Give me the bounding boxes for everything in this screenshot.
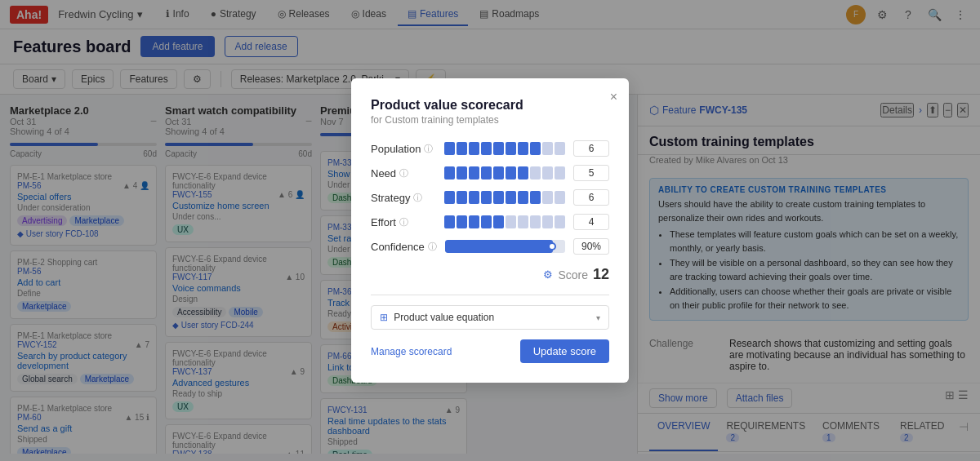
- modal-close-button[interactable]: ×: [610, 90, 617, 104]
- strategy-label: Strategy ⓘ: [371, 192, 436, 204]
- need-input[interactable]: [573, 165, 609, 181]
- strategy-bar[interactable]: [444, 191, 565, 204]
- score-total: ⚙ Score 12: [371, 266, 609, 283]
- modal-overlay[interactable]: Product value scorecard for Custom train…: [0, 0, 980, 454]
- equation-icon: ⊞: [380, 312, 388, 323]
- score-row-strategy: Strategy ⓘ: [371, 189, 609, 206]
- score-icon: ⚙: [543, 268, 553, 281]
- effort-info-icon[interactable]: ⓘ: [399, 216, 408, 228]
- modal-subtitle: for Custom training templates: [371, 114, 609, 126]
- strategy-info-icon[interactable]: ⓘ: [413, 192, 422, 204]
- score-row-need: Need ⓘ: [371, 165, 609, 181]
- modal-dropdown[interactable]: ⊞ Product value equation ▾: [371, 305, 609, 330]
- need-info-icon[interactable]: ⓘ: [399, 167, 408, 180]
- score-row-population: Population ⓘ: [371, 140, 609, 157]
- strategy-input[interactable]: [573, 189, 609, 206]
- score-row-effort: Effort ⓘ: [371, 214, 609, 230]
- chevron-down-icon: ▾: [596, 313, 600, 322]
- population-input[interactable]: [573, 140, 609, 157]
- modal-footer: Manage scorecard Update score: [371, 339, 609, 363]
- confidence-input[interactable]: [573, 238, 609, 255]
- modal-divider: [371, 295, 609, 295]
- product-value-scorecard-modal: Product value scorecard for Custom train…: [351, 78, 629, 383]
- confidence-label: Confidence ⓘ: [371, 241, 437, 253]
- population-label: Population ⓘ: [371, 143, 436, 155]
- update-score-button[interactable]: Update score: [520, 339, 609, 363]
- effort-label: Effort ⓘ: [371, 216, 436, 228]
- manage-scorecard-link[interactable]: Manage scorecard: [371, 346, 452, 357]
- slider-handle[interactable]: [548, 242, 556, 250]
- effort-input[interactable]: [573, 214, 609, 230]
- effort-bar[interactable]: [444, 215, 565, 228]
- population-bar[interactable]: [444, 142, 565, 155]
- need-label: Need ⓘ: [371, 167, 436, 180]
- score-number: 12: [593, 266, 609, 283]
- score-row-confidence: Confidence ⓘ: [371, 238, 609, 255]
- need-bar[interactable]: [444, 166, 565, 180]
- population-info-icon[interactable]: ⓘ: [424, 143, 433, 155]
- confidence-info-icon[interactable]: ⓘ: [428, 241, 437, 253]
- modal-title: Product value scorecard: [371, 98, 609, 113]
- confidence-slider[interactable]: [445, 240, 565, 253]
